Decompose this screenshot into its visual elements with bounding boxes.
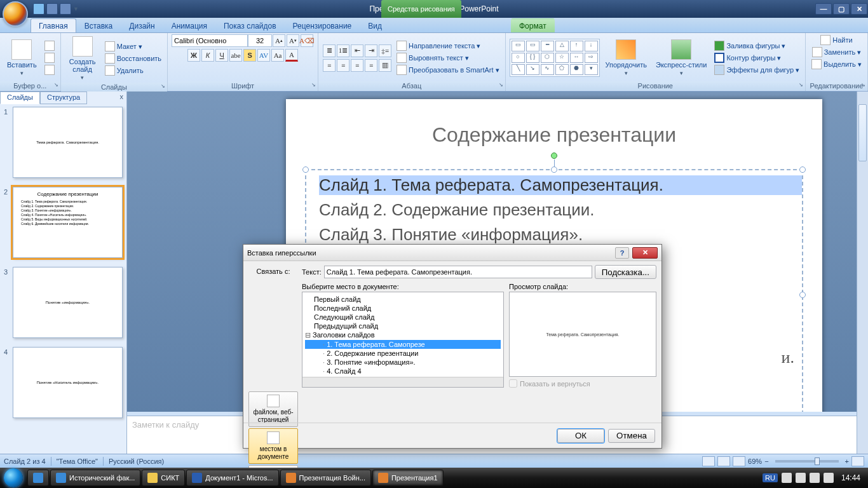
status-language[interactable]: Русский (Россия) [109, 458, 164, 465]
tree-prev-slide[interactable]: Предыдущий слайд [305, 322, 501, 330]
line-spacing-button[interactable]: ‡≡ [379, 44, 391, 57]
slide-line-2[interactable]: Слайд 2. Содержание презентации. [319, 200, 802, 220]
start-button[interactable] [0, 468, 27, 488]
close-panel-icon[interactable]: x [116, 92, 128, 104]
display-text-input[interactable] [324, 266, 592, 278]
qat-dropdown-icon[interactable]: ▼ [73, 6, 79, 12]
new-slide-button[interactable]: Создать слайд ▾ [65, 34, 100, 83]
align-left-button[interactable]: ≡ [323, 59, 336, 72]
strike-button[interactable]: abe [229, 49, 242, 62]
zoom-slider[interactable] [775, 460, 839, 463]
tray-icon[interactable] [796, 473, 806, 483]
volume-icon[interactable] [824, 473, 834, 483]
tab-view[interactable]: Вид [360, 18, 390, 32]
tree-slide-2[interactable]: 2. Содержание презентации [305, 349, 501, 358]
tree-scrollbar[interactable] [302, 377, 503, 387]
shadow-button[interactable]: S [243, 49, 256, 62]
tab-home[interactable]: Главная [31, 18, 76, 32]
shrink-font-button[interactable]: A▾ [287, 34, 299, 47]
tab-insert[interactable]: Вставка [76, 18, 121, 32]
minimize-button[interactable]: — [815, 3, 832, 15]
undo-icon[interactable] [46, 3, 58, 15]
tree-slide-3[interactable]: 3. Понятие «информация». [305, 358, 501, 367]
char-spacing-button[interactable]: AV [257, 49, 270, 62]
thumbnail-2[interactable]: 2 Содержание презентации Слайд 1. Тема р… [4, 187, 123, 258]
bullets-button[interactable]: ≣ [323, 44, 336, 57]
close-button[interactable]: ✕ [851, 3, 867, 15]
thumbnail-4[interactable]: 4 Понятие «Носитель информации». [4, 347, 123, 418]
shape-fill-button[interactable]: Заливка фигуры ▾ [712, 40, 801, 51]
slideshow-view-button[interactable] [733, 456, 745, 466]
copy-button[interactable] [43, 52, 57, 64]
ok-button[interactable]: ОК [557, 429, 604, 443]
input-language[interactable]: RU [763, 473, 778, 482]
reset-button[interactable]: Восстановить [103, 53, 163, 64]
thumbnail-3[interactable]: 3 Понятие «информация». [4, 267, 123, 338]
text-direction-button[interactable]: Направление текста ▾ [395, 40, 501, 51]
resize-handle[interactable] [302, 166, 309, 173]
outline-tab[interactable]: Структура [40, 92, 87, 104]
linkto-file-web[interactable]: файлом, веб-страницей [248, 391, 298, 427]
numbering-button[interactable]: 1≣ [337, 44, 349, 57]
zoom-in-button[interactable]: + [845, 458, 849, 465]
slides-panel[interactable]: 1 Тема реферата. Самопрезентация. 2 Соде… [0, 92, 127, 454]
taskbar-item[interactable]: СИКТ [142, 470, 185, 486]
replace-button[interactable]: Заменить ▾ [810, 46, 863, 58]
sorter-view-button[interactable] [717, 456, 730, 466]
align-center-button[interactable]: ≡ [337, 59, 349, 72]
rotate-handle[interactable] [551, 152, 557, 159]
font-family-select[interactable] [172, 34, 248, 47]
italic-button[interactable]: К [201, 49, 214, 62]
zoom-percent[interactable]: 69% [748, 458, 762, 465]
clear-formatting-button[interactable]: A⌫ [301, 34, 313, 47]
quick-styles-button[interactable]: Экспресс-стили▾ [653, 37, 710, 78]
slide-title[interactable]: Содержание презентации [286, 123, 822, 147]
cut-button[interactable] [43, 40, 57, 51]
font-size-select[interactable] [248, 34, 272, 47]
tab-format[interactable]: Формат [511, 18, 555, 32]
font-color-button[interactable]: A [285, 49, 298, 62]
resize-handle[interactable] [799, 292, 806, 298]
tree-titles-header[interactable]: Заголовки слайдов [305, 330, 501, 340]
align-text-button[interactable]: Выровнять текст ▾ [395, 52, 501, 64]
tray-icon[interactable] [810, 473, 820, 483]
tree-first-slide[interactable]: Первый слайд [305, 295, 501, 304]
columns-button[interactable]: ▥ [379, 59, 391, 72]
tree-slide-1[interactable]: 1. Тема реферата. Самопрезе [305, 340, 501, 349]
justify-button[interactable]: ≡ [365, 59, 377, 72]
slide-line-3[interactable]: Слайд 3. Понятие «информация». [319, 225, 802, 245]
convert-smartart-button[interactable]: Преобразовать в SmartArt ▾ [395, 64, 501, 76]
save-icon[interactable] [33, 3, 44, 15]
taskbar-ie[interactable] [27, 470, 49, 486]
maximize-button[interactable]: ▢ [833, 3, 850, 15]
underline-button[interactable]: Ч [215, 49, 228, 62]
vertical-scrollbar[interactable] [857, 92, 868, 454]
resize-handle[interactable] [799, 166, 806, 173]
shapes-gallery[interactable]: ▭▭━△↑↓ ○{ }⬡☆↔⇨ ╲↘∿⬠⬣▾ [510, 39, 600, 77]
align-right-button[interactable]: ≡ [351, 59, 363, 72]
slides-tab[interactable]: Слайды [0, 92, 40, 104]
taskbar-clock[interactable]: 14:44 [837, 473, 864, 482]
place-tree[interactable]: Первый слайд Последний слайд Следующий с… [302, 292, 504, 388]
cancel-button[interactable]: Отмена [608, 429, 655, 443]
dialog-close-button[interactable]: ✕ [632, 247, 658, 259]
taskbar-item[interactable]: Исторический фак... [50, 470, 140, 486]
tree-slide-4[interactable]: 4. Слайд 4 [305, 367, 501, 376]
tab-design[interactable]: Дизайн [121, 18, 163, 32]
dialog-help-button[interactable]: ? [615, 247, 629, 259]
select-button[interactable]: Выделить ▾ [810, 58, 864, 70]
office-button[interactable] [3, 1, 28, 27]
screentip-button[interactable]: Подсказка... [595, 265, 656, 279]
dialog-titlebar[interactable]: Вставка гиперссылки ? ✕ [243, 245, 661, 261]
delete-slide-button[interactable]: Удалить [103, 65, 163, 76]
tab-review[interactable]: Рецензирование [285, 18, 360, 32]
thumbnail-1[interactable]: 1 Тема реферата. Самопрезентация. [4, 107, 123, 178]
indent-inc-button[interactable]: ⇥ [365, 44, 377, 57]
normal-view-button[interactable] [702, 456, 715, 466]
tree-last-slide[interactable]: Последний слайд [305, 304, 501, 313]
zoom-out-button[interactable]: − [764, 458, 768, 465]
bold-button[interactable]: Ж [187, 49, 200, 62]
resize-handle[interactable] [551, 166, 557, 173]
find-button[interactable]: Найти [818, 34, 854, 46]
indent-dec-button[interactable]: ⇤ [351, 44, 363, 57]
